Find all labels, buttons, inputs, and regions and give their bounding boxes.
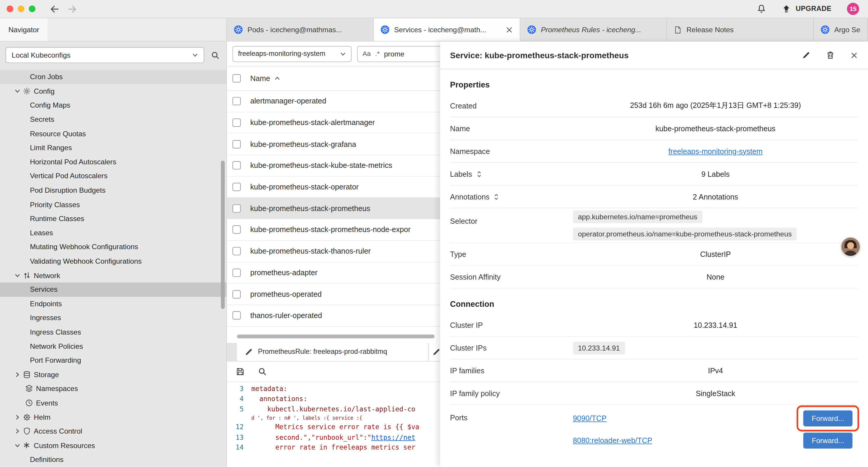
port-link[interactable]: 8080:reloader-web/TCP [573,436,652,444]
forward-button[interactable]: Forward... [804,410,852,426]
name-column-header[interactable]: Name [250,74,270,83]
tab-argo-se[interactable]: Argo Se [814,18,868,41]
table-row[interactable]: kube-prometheus-stack-thanos-ruler [227,241,440,262]
maximize-window-button[interactable] [29,6,35,12]
sidebar-item-network-policies[interactable]: Network Policies [0,339,226,353]
sidebar-item-events[interactable]: Events [0,396,226,410]
sidebar-item-config-maps[interactable]: Config Maps [0,98,226,112]
sidebar-item-label: Validating Webhook Configurations [28,257,142,265]
row-checkbox[interactable] [232,119,241,127]
edit-icon[interactable] [802,51,810,60]
table-row[interactable]: thanos-ruler-operated [227,305,440,326]
sidebar-item-label: Cron Jobs [28,73,63,81]
property-row-cluster-ips: Cluster IPs10.233.14.91 [450,337,858,359]
sidebar-item-leases[interactable]: Leases [0,226,226,240]
regex-toggle[interactable]: .* [375,50,380,58]
dock-tab-partial[interactable] [429,343,440,361]
row-checkbox[interactable] [232,226,241,234]
sidebar-item-runtime-classes[interactable]: Runtime Classes [0,212,226,226]
row-checkbox[interactable] [232,290,241,298]
row-checkbox[interactable] [232,204,241,212]
sidebar-item-priority-classes[interactable]: Priority Classes [0,198,226,212]
row-checkbox[interactable] [232,162,241,170]
sidebar-item-config[interactable]: Config [0,84,226,98]
close-icon[interactable] [850,51,858,60]
upgrade-button[interactable]: UPGRADE [782,4,831,13]
close-tab-icon[interactable] [505,26,513,33]
sidebar-scrollbar[interactable] [221,160,225,309]
save-icon[interactable] [236,367,245,376]
table-row[interactable]: prometheus-adapter [227,262,440,284]
table-row[interactable]: kube-prometheus-stack-grafana [227,134,440,155]
sidebar-item-mutating-webhook-configurations[interactable]: Mutating Webhook Configurations [0,240,226,254]
row-checkbox[interactable] [232,311,241,320]
sort-ascending-icon[interactable] [275,77,280,80]
table-row[interactable]: prometheus-operated [227,284,440,305]
sidebar-item-validating-webhook-configurations[interactable]: Validating Webhook Configurations [0,254,226,268]
sidebar-item-ingresses[interactable]: Ingresses [0,311,226,325]
row-checkbox[interactable] [232,247,241,255]
delete-icon[interactable] [826,51,835,60]
sidebar-item-access-control[interactable]: Access Control [0,424,226,438]
tab-services-icecheng-math[interactable]: Services - icecheng@math... [374,18,521,41]
sidebar-item-cron-jobs[interactable]: Cron Jobs [0,70,226,84]
match-case-toggle[interactable]: Aa [363,50,371,58]
notification-count-badge[interactable]: 15 [847,3,859,15]
sidebar-item-resource-quotas[interactable]: Resource Quotas [0,126,226,141]
tab-pods-icecheng-mathmas[interactable]: Pods - icecheng@mathmas... [227,18,374,41]
port-link[interactable]: 9090/TCP [573,414,607,422]
horizontal-scrollbar[interactable] [237,334,435,338]
tab-prometheus-rules-icecheng[interactable]: Prometheus Rules - icecheng... [520,18,667,41]
forward-button-nav[interactable] [65,2,79,16]
table-row[interactable]: kube-prometheus-stack-operator [227,176,440,198]
row-checkbox[interactable] [232,140,241,148]
chevron-down-icon [192,52,198,58]
sidebar-item-endpoints[interactable]: Endpoints [0,296,226,311]
table-row[interactable]: kube-prometheus-stack-prometheus-node-ex… [227,219,440,241]
row-checkbox[interactable] [232,183,241,191]
search-input[interactable]: Aa .* prome [357,46,440,62]
tab-label: Prometheus Rules - icecheng... [541,25,660,34]
table-row[interactable]: kube-prometheus-stack-alertmanager [227,112,440,134]
forward-button[interactable]: Forward... [804,432,852,448]
sidebar-item-services[interactable]: Services [0,282,226,296]
dock-tab-prometheusrule[interactable]: PrometheusRule: freeleaps-prod-rabbitmq [237,343,428,361]
sidebar-item-helm[interactable]: Helm [0,410,226,424]
editor-search-icon[interactable] [258,367,267,376]
sidebar-item-storage[interactable]: Storage [0,368,226,382]
property-label: Type [450,250,573,258]
sidebar-item-custom-resources[interactable]: Custom Resources [0,438,226,453]
navigator-tab[interactable]: Navigator [0,18,48,41]
sidebar-item-vertical-pod-autoscalers[interactable]: Vertical Pod Autoscalers [0,169,226,183]
row-checkbox[interactable] [232,97,241,106]
namespace-dropdown[interactable]: freeleaps-monitoring-system [232,46,351,62]
close-window-button[interactable] [6,6,13,12]
table-row[interactable]: kube-prometheus-stack-kube-state-metrics [227,155,440,176]
yaml-editor[interactable]: 3metadata:4 annotations:5 kubectl.kubern… [227,382,440,467]
tab-release-notes[interactable]: Release Notes [667,18,814,41]
select-all-checkbox[interactable] [232,74,241,83]
sidebar-item-label: Priority Classes [28,200,80,209]
table-row[interactable]: kube-prometheus-stack-prometheus [227,198,440,219]
sidebar-item-label: Access Control [32,427,82,435]
back-arrow-icon [49,4,60,14]
notifications-bell-icon[interactable] [757,4,766,14]
kubeconfig-dropdown[interactable]: Local Kubeconfigs [6,47,205,63]
sidebar-item-pod-disruption-budgets[interactable]: Pod Disruption Budgets [0,183,226,198]
sidebar-item-namespaces[interactable]: Namespaces [0,382,226,396]
sidebar-item-horizontal-pod-autoscalers[interactable]: Horizontal Pod Autoscalers [0,155,226,169]
sidebar-search-icon[interactable] [211,51,220,59]
sidebar-item-definitions[interactable]: Definitions [0,453,226,467]
table-row[interactable]: alertmanager-operated [227,91,440,112]
sidebar-item-network[interactable]: Network [0,268,226,282]
row-checkbox[interactable] [232,268,241,276]
sidebar-item-limit-ranges[interactable]: Limit Ranges [0,141,226,155]
namespace-link[interactable]: freeleaps-monitoring-system [668,147,763,155]
back-button[interactable] [48,2,61,16]
sidebar-item-port-forwarding[interactable]: Port Forwarding [0,353,226,368]
sidebar-item-secrets[interactable]: Secrets [0,112,226,126]
sidebar-item-ingress-classes[interactable]: Ingress Classes [0,325,226,339]
chrome-right-cluster: UPGRADE 15 [757,3,861,15]
minimize-window-button[interactable] [18,6,24,12]
user-avatar[interactable] [841,238,860,256]
